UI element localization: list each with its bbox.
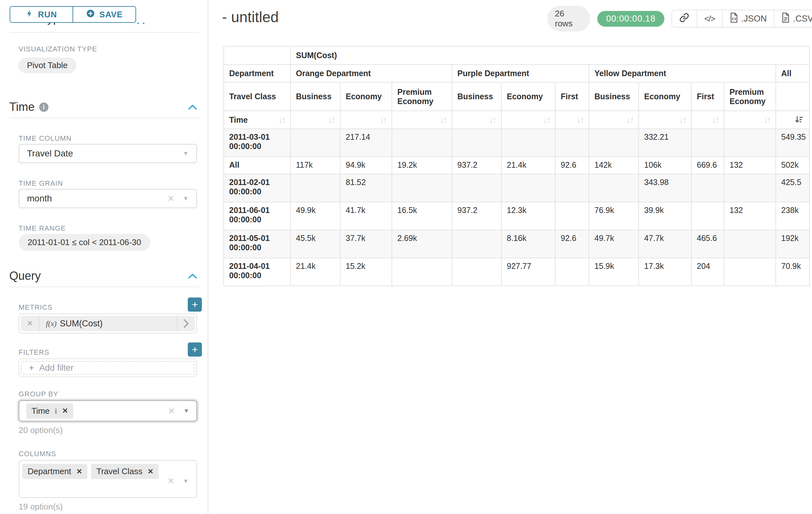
cell: 41.7k: [340, 202, 392, 230]
dept-group-yellow: Yellow Department: [589, 64, 776, 82]
collapse-chevron-up-icon[interactable]: [188, 104, 197, 112]
cell: 17.3k: [639, 258, 691, 286]
groupby-chip-time[interactable]: Time i ✕: [26, 404, 73, 418]
class-axis-label: Travel Class: [224, 82, 290, 111]
time-column-label: TIME COLUMN: [19, 134, 71, 143]
cell: 15.9k: [589, 258, 639, 286]
metrics-field: ✕ f(x) SUM(Cost): [19, 314, 197, 333]
caret-down-icon[interactable]: ▼: [183, 407, 190, 414]
open-metric-chevron-icon[interactable]: [177, 316, 195, 331]
query-section-title[interactable]: Query: [9, 269, 41, 283]
row-label: All: [224, 157, 290, 174]
sort-toggle-icon[interactable]: ↓↑: [397, 115, 446, 125]
caret-down-icon[interactable]: ▼: [183, 195, 189, 202]
sort-toggle-icon[interactable]: ↓↑: [561, 115, 583, 125]
columns-chip-department[interactable]: Department ✕: [23, 464, 87, 479]
time-axis-cell: Time ↓↑: [224, 111, 290, 129]
class-col: Economy: [340, 82, 392, 111]
add-metric-button[interactable]: +: [188, 297, 202, 312]
cell: [501, 174, 555, 202]
sort-toggle-icon[interactable]: ↓↑: [594, 115, 633, 125]
cell: 192k: [776, 230, 809, 258]
time-column-select[interactable]: Travel Date ▼: [19, 144, 197, 163]
cell: 39.9k: [639, 202, 691, 230]
row-count-badge: 26 rows: [547, 6, 590, 31]
sort-toggle-icon[interactable]: ↓↑: [507, 115, 550, 125]
cell: [724, 129, 776, 157]
chip-info-icon: i: [55, 407, 57, 415]
clear-x-icon[interactable]: ✕: [168, 406, 175, 416]
class-col: Business: [589, 82, 639, 111]
add-filter-button[interactable]: + Add filter: [21, 361, 195, 375]
time-range-value[interactable]: 2011-01-01 ≤ col < 2011-06-30: [19, 234, 150, 251]
add-filter-plus-button[interactable]: +: [188, 343, 202, 357]
time-axis-label: Time: [229, 115, 248, 125]
chart-title[interactable]: - untitled: [222, 8, 279, 26]
divider: [10, 287, 199, 287]
sort-cell: ↓↑: [452, 111, 501, 129]
sort-toggle-icon[interactable]: ↓↑: [697, 115, 719, 125]
sort-cell: ↓↑: [340, 111, 392, 129]
visualization-type-value[interactable]: Pivot Table: [18, 57, 77, 73]
sort-toggle-icon[interactable]: ↓↑: [346, 115, 386, 125]
cell: 49.9k: [290, 202, 340, 230]
sort-toggle-icon[interactable]: ↓↑: [278, 115, 285, 125]
groupby-select[interactable]: Time i ✕ ✕ ▼: [19, 400, 197, 422]
class-col: Premium Economy: [724, 82, 776, 111]
class-col: Business: [290, 82, 340, 111]
view-query-button[interactable]: </>: [696, 10, 722, 27]
chip-remove-x-icon[interactable]: ✕: [62, 407, 68, 415]
run-button[interactable]: RUN: [10, 7, 72, 22]
cell: 49.7k: [589, 230, 639, 258]
cell: 45.5k: [290, 230, 340, 258]
cell: 669.6: [691, 157, 724, 174]
cell: 937.2: [452, 157, 501, 174]
cell: 465.6: [691, 230, 724, 258]
sort-toggle-icon[interactable]: ↓↑: [296, 115, 335, 125]
sort-row: Time ↓↑ ↓↑ ↓↑ ↓↑ ↓↑ ↓↑ ↓↑ ↓↑ ↓↑ ↓↑ ↓: [224, 111, 809, 129]
clear-x-icon[interactable]: ✕: [167, 194, 174, 204]
time-section-title[interactable]: Time i: [9, 100, 49, 114]
cell: 217.14: [340, 129, 392, 157]
cell: 117k: [290, 157, 340, 174]
metric-chip[interactable]: ✕ f(x) SUM(Cost): [21, 316, 195, 331]
time-grain-label: TIME GRAIN: [19, 179, 63, 188]
share-link-button[interactable]: [672, 10, 696, 27]
cell: [555, 129, 589, 157]
fx-icon: f(x): [46, 319, 57, 328]
collapse-chevron-up-icon[interactable]: [188, 272, 197, 281]
sort-desc-active-icon[interactable]: [781, 115, 804, 125]
class-col: First: [691, 82, 724, 111]
cell: [555, 174, 589, 202]
row-label: 2011-04-01 00:00:00: [224, 258, 290, 286]
cell: 343.98: [639, 174, 691, 202]
remove-metric-x-icon[interactable]: ✕: [21, 316, 39, 331]
cell: 47.7k: [639, 230, 691, 258]
link-icon: [679, 12, 689, 25]
save-button[interactable]: SAVE: [72, 7, 136, 22]
chart-type-chevron-dots: [137, 23, 144, 24]
cell: 94.9k: [340, 157, 392, 174]
cell: 8.16k: [501, 230, 555, 258]
sort-toggle-icon[interactable]: ↓↑: [644, 115, 686, 125]
corner-cell: [224, 46, 290, 64]
export-csv-label: .CSV: [793, 14, 812, 24]
chip-remove-x-icon[interactable]: ✕: [77, 467, 82, 476]
sort-cell-active: [776, 111, 809, 129]
cell: [290, 174, 340, 202]
cell: 15.2k: [340, 258, 392, 286]
caret-down-icon[interactable]: ▼: [183, 150, 189, 157]
columns-select[interactable]: Department ✕ Travel Class ✕ ✕ ▼: [19, 460, 197, 498]
columns-options-count: 19 option(s): [19, 502, 63, 512]
time-grain-select[interactable]: month ✕ ▼: [19, 189, 197, 208]
chip-remove-x-icon[interactable]: ✕: [148, 467, 153, 476]
export-json-button[interactable]: .JSON: [722, 10, 774, 27]
export-csv-button[interactable]: .CSV: [774, 10, 812, 27]
columns-chip-travel-class[interactable]: Travel Class ✕: [91, 464, 158, 479]
caret-down-icon[interactable]: ▼: [183, 478, 189, 485]
clear-x-icon[interactable]: ✕: [167, 476, 174, 486]
cell: 81.52: [340, 174, 392, 202]
cell: [589, 174, 639, 202]
sort-toggle-icon[interactable]: ↓↑: [729, 115, 770, 125]
sort-toggle-icon[interactable]: ↓↑: [457, 115, 496, 125]
